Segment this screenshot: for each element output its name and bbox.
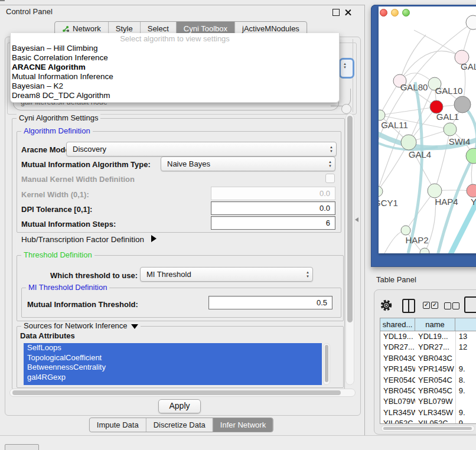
aracne-mode-select[interactable]: Discovery ▲▼ (66, 142, 337, 156)
threshold-definition-title: Threshold Definition (21, 251, 94, 259)
table-cell (455, 353, 476, 364)
close-traffic-light-icon[interactable] (380, 9, 387, 17)
network-edge[interactable] (380, 107, 436, 115)
network-node-hap2[interactable] (401, 226, 410, 235)
table-cell: YBR043C (380, 353, 415, 364)
aracne-mode-label: Aracne Mode: (21, 145, 72, 154)
network-edge[interactable] (414, 30, 462, 57)
network-node[interactable] (420, 248, 429, 253)
network-edge[interactable] (400, 35, 426, 81)
network-edge-highlighted[interactable] (408, 82, 422, 253)
table-row[interactable]: YLR345WYLR345W9. (380, 407, 476, 418)
network-node-gcy1[interactable] (379, 186, 383, 197)
network-edge[interactable] (435, 129, 450, 191)
table-horizontal-scrollbar[interactable] (381, 425, 475, 432)
attribute-item[interactable]: BetweennessCentrality (24, 363, 322, 373)
hub-definition-label: Hub/Transcription Factor Definition (21, 235, 144, 244)
algorithm-option[interactable]: Dream8 DC_TDC Algorithm (11, 91, 339, 100)
network-graph-icon (62, 25, 70, 32)
columns-icon[interactable] (402, 299, 415, 313)
table-cell: 8. (455, 375, 476, 386)
table-row[interactable]: YER054CYER054C8. (380, 375, 476, 386)
column-header[interactable] (455, 318, 476, 331)
network-node-y[interactable] (467, 184, 476, 197)
algorithm-option[interactable]: Bayesian – Hill Climbing (11, 44, 339, 53)
mi-type-select[interactable]: Naive Bayes ▲▼ (161, 156, 335, 171)
settings-vertical-scrollbar[interactable] (345, 113, 354, 385)
manual-kernel-checkbox[interactable] (325, 174, 335, 183)
network-node-gal4[interactable] (401, 135, 416, 150)
algorithm-option[interactable]: Basic Correlation Inference (11, 53, 339, 63)
attributes-scrollbar[interactable] (323, 343, 330, 385)
hub-definition-toggle[interactable]: Hub/Transcription Factor Definition (21, 235, 157, 244)
close-panel-icon[interactable] (344, 8, 352, 16)
table-cell: YIL052C (415, 418, 455, 424)
table-row[interactable]: YDR27...YDR27...12 (380, 342, 476, 353)
table-cell: YDL19... (380, 331, 415, 342)
kernel-width-field[interactable]: 0.0 (211, 187, 335, 200)
node-label: GAL80 (400, 82, 428, 92)
select-checked-icon[interactable]: ✓ (431, 302, 438, 309)
table-cell: 9. (455, 386, 476, 396)
network-node-gal1[interactable] (444, 123, 457, 136)
select-checked-icon[interactable]: ✓ (423, 302, 430, 309)
dpi-tolerance-field[interactable]: 0.0 (211, 201, 335, 215)
new-table-icon[interactable] (464, 296, 476, 313)
attribute-item[interactable]: SelfLoops (24, 343, 322, 353)
algorithm-option[interactable]: ARACNE Algorithm (11, 63, 339, 72)
node-label: SWI4 (449, 136, 471, 146)
table-row[interactable]: YBL079WYBL079W (380, 396, 476, 407)
algorithm-option[interactable]: Bayesian – K2 (11, 81, 339, 91)
focused-stepper-fragment[interactable]: ▲▼ (339, 58, 354, 79)
cyni-algorithm-settings-title: Cyni Algorithm Settings (17, 114, 100, 122)
table-cell: YLR345W (415, 407, 455, 418)
attribute-item[interactable]: TopologicalCoefficient (24, 353, 322, 363)
table-cell: 9. (455, 364, 476, 374)
select-unchecked-icon[interactable] (444, 302, 451, 309)
select-unchecked-icon[interactable] (452, 302, 459, 309)
attribute-item[interactable]: gal4RGexp (24, 373, 322, 383)
expanded-arrow-icon (131, 324, 138, 329)
table-row[interactable]: YIL052CYIL052C9 (380, 418, 476, 424)
float-panel-icon[interactable] (332, 9, 340, 16)
column-header[interactable]: shared... (380, 318, 415, 331)
collapsed-arrow-icon (151, 235, 157, 242)
which-threshold-label: Which threshold to use: (50, 271, 138, 280)
partial-toolbar-button[interactable] (5, 444, 39, 450)
apply-button[interactable]: Apply (158, 399, 201, 413)
table-cell: YBL079W (380, 396, 415, 407)
network-node[interactable] (454, 96, 471, 113)
table-row[interactable]: YBR043CYBR043C (380, 353, 476, 364)
table-header: shared...name (380, 318, 476, 331)
network-node[interactable] (466, 148, 476, 164)
mi-type-label: Mutual Information Algorithm Type: (21, 160, 151, 169)
mi-steps-field[interactable]: 6 (211, 216, 335, 230)
table-cell: 9. (455, 407, 476, 418)
table-row[interactable]: YPR145WYPR145W9. (380, 364, 476, 374)
tab-impute-data[interactable]: Impute Data (90, 418, 146, 432)
table-row[interactable]: YDL19...YDL19...13 (380, 331, 476, 342)
sources-toggle[interactable]: Sources for Network Inference (21, 322, 141, 330)
node-label: HAP2 (405, 235, 428, 245)
screen: Control Panel NetworkStyleSelectCyni Too… (0, 0, 476, 450)
tab-discretize-data[interactable]: Discretize Data (146, 418, 213, 432)
minimize-traffic-light-icon[interactable] (391, 9, 399, 17)
window-edge-fragment (0, 0, 5, 1)
which-threshold-select[interactable]: MI Threshold ▲▼ (140, 267, 313, 282)
table-cell: YBR043C (415, 353, 455, 364)
algorithm-option[interactable]: Mutual Information Inference (11, 72, 339, 81)
tab-infer-network[interactable]: Infer Network (213, 418, 273, 432)
network-node-hap4[interactable] (428, 184, 442, 198)
table-row[interactable]: YBR045CYBR045C9. (380, 386, 476, 396)
network-node[interactable] (466, 15, 476, 30)
column-header[interactable]: name (415, 318, 455, 331)
network-edge[interactable] (400, 51, 462, 81)
node-label: HAP4 (435, 197, 458, 207)
settings-horizontal-scrollbar[interactable] (9, 389, 356, 397)
zoom-traffic-light-icon[interactable] (402, 9, 410, 17)
splitpane-grip[interactable] (355, 217, 358, 222)
mi-threshold-field[interactable]: 0.5 (208, 296, 332, 309)
table-cell: YLR345W (380, 407, 415, 418)
gear-icon[interactable] (380, 299, 393, 312)
network-graph[interactable]: GALGAL80GAL10GAL1GAL11SWI4GAL4GCY1HAP4YH… (379, 6, 476, 253)
